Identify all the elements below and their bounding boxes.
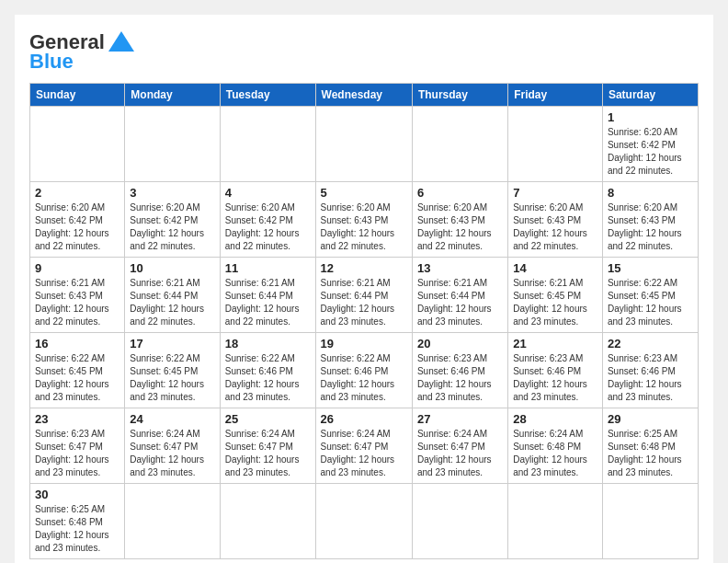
calendar-cell <box>220 484 315 559</box>
calendar-cell: 29Sunrise: 6:25 AMSunset: 6:48 PMDayligh… <box>602 408 698 484</box>
day-info: Sunrise: 6:20 AMSunset: 6:42 PMDaylight:… <box>608 126 693 178</box>
day-info: Sunrise: 6:20 AMSunset: 6:43 PMDaylight:… <box>608 201 693 253</box>
calendar-cell: 24Sunrise: 6:24 AMSunset: 6:47 PMDayligh… <box>125 408 220 484</box>
day-info: Sunrise: 6:21 AMSunset: 6:45 PMDaylight:… <box>513 277 597 328</box>
calendar-cell <box>315 107 412 182</box>
calendar-week-5: 30Sunrise: 6:25 AMSunset: 6:48 PMDayligh… <box>30 484 699 559</box>
day-number: 16 <box>35 337 119 350</box>
day-info: Sunrise: 6:23 AMSunset: 6:46 PMDaylight:… <box>417 352 503 404</box>
header: General Blue <box>29 29 699 72</box>
day-number: 5 <box>321 186 407 200</box>
day-number: 9 <box>35 261 119 275</box>
day-info: Sunrise: 6:21 AMSunset: 6:44 PMDaylight:… <box>225 277 311 328</box>
weekday-tuesday: Tuesday <box>220 84 315 107</box>
day-number: 8 <box>608 186 693 200</box>
day-info: Sunrise: 6:22 AMSunset: 6:45 PMDaylight:… <box>608 277 693 328</box>
calendar-cell <box>412 484 507 559</box>
day-info: Sunrise: 6:21 AMSunset: 6:44 PMDaylight:… <box>417 277 503 328</box>
calendar-cell <box>30 107 125 182</box>
calendar-cell <box>602 484 698 559</box>
calendar-week-2: 9Sunrise: 6:21 AMSunset: 6:43 PMDaylight… <box>30 258 699 333</box>
calendar-cell: 5Sunrise: 6:20 AMSunset: 6:43 PMDaylight… <box>315 182 412 258</box>
day-number: 29 <box>608 412 693 426</box>
day-number: 15 <box>608 261 693 275</box>
calendar-cell: 1Sunrise: 6:20 AMSunset: 6:42 PMDaylight… <box>602 107 698 182</box>
calendar-week-4: 23Sunrise: 6:23 AMSunset: 6:47 PMDayligh… <box>30 408 699 484</box>
logo: General Blue <box>29 29 134 72</box>
weekday-wednesday: Wednesday <box>315 84 412 107</box>
svg-marker-0 <box>108 31 134 52</box>
calendar-cell: 19Sunrise: 6:22 AMSunset: 6:46 PMDayligh… <box>315 333 412 408</box>
calendar-cell: 28Sunrise: 6:24 AMSunset: 6:48 PMDayligh… <box>508 408 603 484</box>
day-number: 6 <box>417 186 503 200</box>
calendar-cell: 16Sunrise: 6:22 AMSunset: 6:45 PMDayligh… <box>30 333 125 408</box>
calendar-cell: 14Sunrise: 6:21 AMSunset: 6:45 PMDayligh… <box>508 258 603 333</box>
day-info: Sunrise: 6:21 AMSunset: 6:44 PMDaylight:… <box>321 277 407 328</box>
day-info: Sunrise: 6:20 AMSunset: 6:42 PMDaylight:… <box>225 201 311 253</box>
day-number: 30 <box>35 488 119 501</box>
calendar-cell: 18Sunrise: 6:22 AMSunset: 6:46 PMDayligh… <box>220 333 315 408</box>
calendar-week-3: 16Sunrise: 6:22 AMSunset: 6:45 PMDayligh… <box>30 333 699 408</box>
day-number: 10 <box>130 261 214 275</box>
day-info: Sunrise: 6:21 AMSunset: 6:44 PMDaylight:… <box>130 277 214 328</box>
day-number: 2 <box>35 186 119 200</box>
day-info: Sunrise: 6:23 AMSunset: 6:47 PMDaylight:… <box>35 428 119 479</box>
day-number: 12 <box>321 261 407 275</box>
day-number: 21 <box>513 337 597 350</box>
calendar-cell: 3Sunrise: 6:20 AMSunset: 6:42 PMDaylight… <box>125 182 220 258</box>
day-info: Sunrise: 6:20 AMSunset: 6:43 PMDaylight:… <box>513 201 597 253</box>
logo-triangle-icon <box>108 31 134 52</box>
calendar-week-0: 1Sunrise: 6:20 AMSunset: 6:42 PMDaylight… <box>30 107 699 182</box>
calendar-cell <box>508 107 603 182</box>
calendar-cell: 25Sunrise: 6:24 AMSunset: 6:47 PMDayligh… <box>220 408 315 484</box>
calendar-cell <box>412 107 507 182</box>
day-info: Sunrise: 6:22 AMSunset: 6:46 PMDaylight:… <box>321 352 407 404</box>
day-info: Sunrise: 6:20 AMSunset: 6:43 PMDaylight:… <box>417 201 503 253</box>
day-info: Sunrise: 6:20 AMSunset: 6:42 PMDaylight:… <box>35 201 119 253</box>
page: General Blue SundayMondayTuesdayWednesda… <box>15 15 713 563</box>
day-info: Sunrise: 6:24 AMSunset: 6:48 PMDaylight:… <box>513 428 597 479</box>
calendar-cell <box>508 484 603 559</box>
calendar-cell <box>220 107 315 182</box>
day-info: Sunrise: 6:24 AMSunset: 6:47 PMDaylight:… <box>225 428 311 479</box>
day-number: 3 <box>130 186 214 200</box>
day-number: 13 <box>417 261 503 275</box>
calendar-cell <box>125 107 220 182</box>
calendar-cell <box>125 484 220 559</box>
calendar-cell: 11Sunrise: 6:21 AMSunset: 6:44 PMDayligh… <box>220 258 315 333</box>
calendar-cell <box>315 484 412 559</box>
day-info: Sunrise: 6:22 AMSunset: 6:45 PMDaylight:… <box>130 352 214 404</box>
day-number: 1 <box>608 110 693 124</box>
calendar-table: SundayMondayTuesdayWednesdayThursdayFrid… <box>29 83 699 559</box>
day-info: Sunrise: 6:20 AMSunset: 6:43 PMDaylight:… <box>321 201 407 253</box>
calendar-cell: 2Sunrise: 6:20 AMSunset: 6:42 PMDaylight… <box>30 182 125 258</box>
day-info: Sunrise: 6:23 AMSunset: 6:46 PMDaylight:… <box>513 352 597 404</box>
day-info: Sunrise: 6:23 AMSunset: 6:46 PMDaylight:… <box>608 352 693 404</box>
calendar-cell: 10Sunrise: 6:21 AMSunset: 6:44 PMDayligh… <box>125 258 220 333</box>
calendar-cell: 12Sunrise: 6:21 AMSunset: 6:44 PMDayligh… <box>315 258 412 333</box>
day-info: Sunrise: 6:20 AMSunset: 6:42 PMDaylight:… <box>130 201 214 253</box>
calendar-cell: 4Sunrise: 6:20 AMSunset: 6:42 PMDaylight… <box>220 182 315 258</box>
day-number: 20 <box>417 337 503 350</box>
calendar-cell: 21Sunrise: 6:23 AMSunset: 6:46 PMDayligh… <box>508 333 603 408</box>
day-number: 25 <box>225 412 311 426</box>
day-info: Sunrise: 6:22 AMSunset: 6:46 PMDaylight:… <box>225 352 311 404</box>
day-info: Sunrise: 6:22 AMSunset: 6:45 PMDaylight:… <box>35 352 119 404</box>
calendar-cell: 30Sunrise: 6:25 AMSunset: 6:48 PMDayligh… <box>30 484 125 559</box>
day-number: 11 <box>225 261 311 275</box>
calendar-cell: 27Sunrise: 6:24 AMSunset: 6:47 PMDayligh… <box>412 408 507 484</box>
day-number: 26 <box>321 412 407 426</box>
day-number: 18 <box>225 337 311 350</box>
calendar-cell: 9Sunrise: 6:21 AMSunset: 6:43 PMDaylight… <box>30 258 125 333</box>
day-info: Sunrise: 6:21 AMSunset: 6:43 PMDaylight:… <box>35 277 119 328</box>
day-number: 4 <box>225 186 311 200</box>
weekday-header-row: SundayMondayTuesdayWednesdayThursdayFrid… <box>30 84 699 107</box>
day-number: 23 <box>35 412 119 426</box>
weekday-friday: Friday <box>508 84 603 107</box>
day-number: 28 <box>513 412 597 426</box>
calendar-week-1: 2Sunrise: 6:20 AMSunset: 6:42 PMDaylight… <box>30 182 699 258</box>
calendar-cell: 17Sunrise: 6:22 AMSunset: 6:45 PMDayligh… <box>125 333 220 408</box>
calendar-cell: 8Sunrise: 6:20 AMSunset: 6:43 PMDaylight… <box>602 182 698 258</box>
day-number: 19 <box>321 337 407 350</box>
day-number: 24 <box>130 412 214 426</box>
